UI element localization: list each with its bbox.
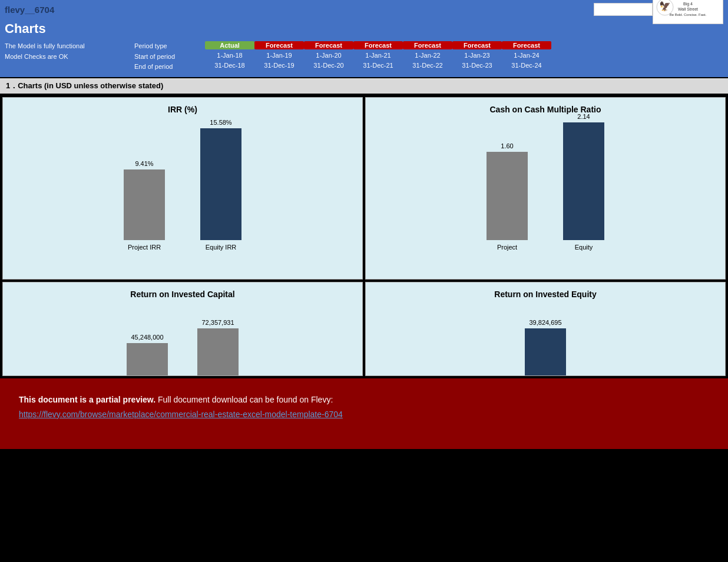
header-input[interactable]	[594, 3, 653, 16]
cash-multiple-bar-area: 1.60 Project 2.14 Equity	[469, 121, 622, 251]
period-header-4: Forecast	[403, 41, 452, 49]
roie-equity-value: 39,824,695	[529, 319, 561, 326]
start-of-period-label: Start of period	[134, 52, 193, 62]
roie-chart-card: Return on Invested Equity 39,824,695	[365, 282, 726, 376]
period-header-2: Forecast	[304, 41, 353, 49]
cash-project-label: Project	[497, 244, 517, 251]
period-start-4: 1-Jan-22	[415, 51, 440, 61]
irr-equity-label: Equity IRR	[206, 244, 237, 251]
irr-equity-bar-group: 15.58% Equity IRR	[200, 119, 241, 251]
cash-equity-value: 2.14	[577, 113, 590, 120]
period-header-5: Forecast	[452, 41, 502, 49]
irr-chart-card: IRR (%) 9.41% Project IRR 15.58% Equity …	[2, 97, 363, 280]
roic-returns-bar	[197, 328, 239, 375]
period-end-2: 31-Dec-20	[313, 61, 343, 71]
period-col-4: Forecast 1-Jan-22 31-Dec-22	[403, 41, 452, 70]
period-start-1: 1-Jan-19	[266, 51, 292, 61]
roie-bar-area: 39,824,695	[507, 306, 584, 375]
period-header-1: Forecast	[254, 41, 304, 49]
cash-project-bar-group: 1.60 Project	[487, 142, 528, 251]
end-of-period-label: End of period	[134, 62, 193, 72]
page-title: Charts	[5, 21, 46, 39]
cash-project-bar	[487, 152, 528, 240]
period-end-1: 31-Dec-19	[264, 61, 294, 71]
cash-equity-bar	[563, 122, 604, 240]
period-col-6: Forecast 1-Jan-24 31-Dec-24	[502, 41, 551, 70]
roic-returns-bar-group: 72,357,931	[197, 319, 239, 375]
section-header: 1．Charts (in USD unless otherwise stated…	[0, 77, 728, 95]
preview-normal: Full document download can be found on F…	[158, 395, 333, 404]
site-title: flevy__6704	[5, 5, 594, 15]
charts-title-row: Charts	[0, 19, 728, 39]
period-col-0: Actual 1-Jan-18 31-Dec-18	[205, 41, 254, 70]
header-bar: flevy__6704 Big 4Wall StreetBe Bold. Con…	[0, 0, 728, 19]
roic-invested-bar	[127, 343, 168, 375]
preview-overlay: This document is a partial preview. Full…	[0, 378, 728, 449]
period-start-6: 1-Jan-24	[514, 51, 539, 61]
period-col-3: Forecast 1-Jan-21 31-Dec-21	[353, 41, 403, 70]
cash-multiple-chart-card: Cash on Cash Multiple Ratio 1.60 Project…	[365, 97, 726, 280]
irr-project-value: 9.41%	[135, 160, 153, 167]
period-end-0: 31-Dec-18	[214, 61, 244, 71]
period-header-3: Forecast	[353, 41, 403, 49]
irr-project-bar	[124, 169, 165, 240]
model-status: The Model is fully functional Model Chec…	[5, 41, 123, 62]
logo-box: Big 4Wall StreetBe Bold. Concise. Fast. …	[653, 0, 723, 24]
roic-bar-area: 45,248,000 72,357,931	[109, 306, 256, 375]
period-header-0: Actual	[205, 41, 254, 49]
svg-text:🦅: 🦅	[659, 1, 671, 12]
period-start-3: 1-Jan-21	[365, 51, 391, 61]
period-start-2: 1-Jan-20	[316, 51, 341, 61]
period-end-3: 31-Dec-21	[363, 61, 393, 71]
period-labels: Period type Start of period End of perio…	[134, 41, 193, 72]
cash-project-value: 1.60	[501, 142, 513, 149]
roic-invested-value: 45,248,000	[131, 334, 163, 341]
period-end-6: 31-Dec-24	[511, 61, 541, 71]
roie-chart-title: Return on Invested Equity	[494, 290, 596, 299]
irr-chart-title: IRR (%)	[168, 105, 197, 114]
preview-link[interactable]: https://flevy.com/browse/marketplace/com…	[19, 410, 343, 419]
period-type-label: Period type	[134, 41, 193, 52]
irr-project-label: Project IRR	[128, 244, 161, 251]
period-header-6: Forecast	[502, 41, 551, 49]
roic-chart-card: Return on Invested Capital 45,248,000 72…	[2, 282, 363, 376]
cash-equity-bar-group: 2.14 Equity	[563, 113, 604, 251]
roic-returns-value: 72,357,931	[201, 319, 234, 326]
period-col-2: Forecast 1-Jan-20 31-Dec-20	[304, 41, 353, 70]
period-col-1: Forecast 1-Jan-19 31-Dec-19	[254, 41, 304, 70]
charts-grid: IRR (%) 9.41% Project IRR 15.58% Equity …	[0, 95, 728, 378]
preview-text: This document is a partial preview. Full…	[19, 393, 709, 422]
period-end-5: 31-Dec-23	[462, 61, 492, 71]
irr-equity-value: 15.58%	[210, 119, 231, 126]
model-status-line2: Model Checks are OK	[5, 52, 123, 62]
cash-equity-label: Equity	[575, 244, 593, 251]
roie-equity-bar-group: 39,824,695	[525, 319, 566, 375]
top-info-section: The Model is fully functional Model Chec…	[0, 39, 728, 77]
model-status-line1: The Model is fully functional	[5, 41, 123, 52]
preview-bold: This document is a partial preview.	[19, 395, 155, 404]
bottom-area	[0, 449, 728, 543]
period-start-5: 1-Jan-23	[464, 51, 489, 61]
roic-chart-title: Return on Invested Capital	[130, 290, 234, 299]
irr-bar-area: 9.41% Project IRR 15.58% Equity IRR	[106, 121, 259, 251]
roie-equity-bar	[525, 328, 566, 375]
irr-project-bar-group: 9.41% Project IRR	[124, 160, 165, 251]
period-end-4: 31-Dec-22	[412, 61, 442, 71]
period-start-0: 1-Jan-18	[217, 51, 242, 61]
roic-invested-bar-group: 45,248,000	[127, 334, 168, 375]
period-data-table: Actual 1-Jan-18 31-Dec-18 Forecast 1-Jan…	[205, 41, 551, 70]
irr-equity-bar	[200, 128, 241, 240]
period-col-5: Forecast 1-Jan-23 31-Dec-23	[452, 41, 502, 70]
